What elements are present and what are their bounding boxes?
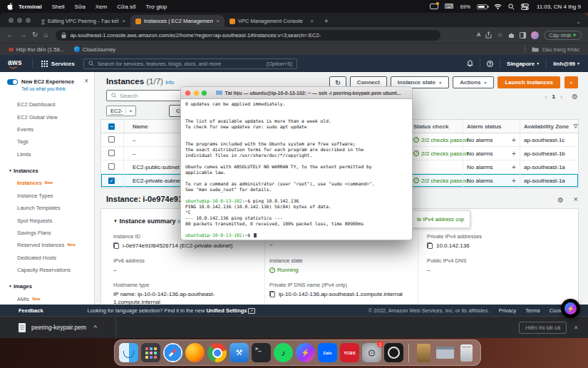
- menu-0[interactable]: Terminal: [14, 4, 47, 10]
- header-status-check[interactable]: Status check: [409, 120, 463, 133]
- new-tab-button[interactable]: +: [324, 17, 329, 25]
- page-number[interactable]: 1: [552, 93, 555, 100]
- download-caret-icon[interactable]: ^: [93, 324, 97, 331]
- sidebar-item-ec2-dashboard[interactable]: EC2 Dashboard: [0, 98, 94, 111]
- info-link[interactable]: Info: [165, 80, 174, 85]
- sidebar-item-launch-templates[interactable]: Launch Templates: [0, 202, 94, 214]
- prev-page-icon[interactable]: ‹: [545, 93, 547, 101]
- actions-button[interactable]: Actions▼: [453, 76, 494, 88]
- detail-settings-gear-icon[interactable]: ⚙: [557, 196, 564, 204]
- sidebar-item-tags[interactable]: Tags: [0, 136, 94, 148]
- select-all-checkbox[interactable]: −: [108, 123, 115, 130]
- sidebar-close-icon[interactable]: ×: [84, 78, 88, 84]
- show-all-downloads-button[interactable]: Hiển thị tất cả: [519, 322, 567, 334]
- side-panel-icon[interactable]: [520, 32, 526, 39]
- dock-firefox-icon[interactable]: [185, 343, 205, 362]
- messenger-notification-icon[interactable]: ⚡: [561, 299, 580, 318]
- dock-spotify-icon[interactable]: [274, 343, 293, 362]
- sidebar-item-instances[interactable]: Instances New: [0, 177, 94, 189]
- copy-icon[interactable]: [269, 291, 275, 297]
- collapse-caret-icon[interactable]: ▼: [113, 219, 118, 223]
- dock-record-icon[interactable]: [384, 343, 403, 362]
- copy-icon[interactable]: [113, 242, 119, 249]
- menu-4[interactable]: Cửa sổ: [112, 4, 140, 10]
- menu-5[interactable]: Trợ giúp: [140, 4, 172, 10]
- sidebar-item-dedicated-hosts[interactable]: Dedicated Hosts: [0, 252, 94, 264]
- sidebar-item-capacity-reservations[interactable]: Capacity Reservations: [0, 264, 94, 276]
- next-page-icon[interactable]: ›: [560, 93, 562, 101]
- tab-close-icon[interactable]: ×: [310, 18, 314, 24]
- remove-filter-icon[interactable]: ×: [125, 108, 135, 114]
- menu-2[interactable]: Sửa: [70, 4, 91, 10]
- dock-xcode-icon[interactable]: [229, 343, 249, 362]
- bookmark-star-icon[interactable]: ☆: [497, 32, 502, 39]
- tab-search-icon[interactable]: ⌄: [576, 19, 581, 27]
- add-alarm-icon[interactable]: +: [508, 150, 520, 158]
- sidebar-item-amis[interactable]: AMIs New: [0, 293, 94, 305]
- aws-search-bar[interactable]: Search for services, features, blogs, do…: [83, 58, 297, 69]
- browser-tab[interactable]: VEditing VPC Peering - Tạo kết n×: [36, 15, 130, 27]
- browser-tab[interactable]: Instances | EC2 Management C×: [130, 15, 225, 27]
- row-checkbox[interactable]: [108, 150, 115, 156]
- sidebar-item-limits[interactable]: Limits: [0, 148, 94, 160]
- dock-chrome-icon[interactable]: [207, 343, 227, 362]
- terminal-content[interactable]: 0 updates can be applied immediately.The…: [181, 99, 412, 240]
- close-download-bar-icon[interactable]: ×: [574, 324, 578, 332]
- dock-settings-icon[interactable]: 1: [362, 343, 381, 362]
- launch-instances-dropdown[interactable]: ▼: [564, 76, 578, 88]
- detail-close-icon[interactable]: ×: [574, 195, 578, 203]
- wifi-icon[interactable]: [494, 4, 502, 10]
- footer-link-privacy[interactable]: Privacy: [499, 307, 517, 314]
- dock-window-icon[interactable]: [436, 347, 454, 359]
- help-icon[interactable]: ?: [487, 61, 493, 67]
- dock-tcbs-icon[interactable]: TCBS: [340, 343, 359, 362]
- table-settings-gear-icon[interactable]: ⚙: [572, 93, 578, 101]
- sort-icon[interactable]: ▽: [574, 123, 578, 129]
- sidebar-item-instance-types[interactable]: Instance Types: [0, 190, 94, 202]
- bookmark-gmail[interactable]: MHộp thư đến (1.58...: [9, 46, 64, 53]
- menu-1[interactable]: Shell: [47, 4, 70, 10]
- menubar-clock[interactable]: 11:03, CN 4 thg 9: [537, 4, 581, 10]
- profile-avatar[interactable]: [531, 31, 539, 39]
- dock-downloads-icon[interactable]: [417, 344, 430, 362]
- window-controls[interactable]: [4, 13, 36, 27]
- terminal-window[interactable]: Tài liệu — ubuntu@ip-10-0-13-102: ~ — ss…: [180, 86, 413, 240]
- copy-icon[interactable]: [427, 242, 433, 249]
- back-icon[interactable]: ←: [6, 31, 14, 39]
- tell-us-link[interactable]: Tell us what you think: [21, 86, 74, 91]
- tab-close-icon[interactable]: ×: [216, 18, 220, 24]
- services-menu[interactable]: Services: [41, 61, 75, 67]
- sidebar-item-events[interactable]: Events: [0, 123, 94, 136]
- row-checkbox[interactable]: ✓: [108, 178, 115, 184]
- terminal-window-controls[interactable]: [185, 91, 207, 96]
- tab-close-icon[interactable]: ×: [122, 18, 125, 24]
- terminal-titlebar[interactable]: Tài liệu — ubuntu@ip-10-0-13-102: ~ — ss…: [181, 87, 412, 99]
- chrome-update-button[interactable]: Cập nhật: [544, 31, 582, 40]
- translate-icon[interactable]: A: [477, 32, 481, 38]
- row-checkbox[interactable]: [108, 136, 115, 143]
- sidebar-item-savings-plans[interactable]: Savings Plans: [0, 227, 94, 239]
- header-availability-zone[interactable]: Availability Zone: [520, 120, 574, 133]
- account-menu[interactable]: linh@99▼: [553, 61, 580, 67]
- dock-messenger-icon[interactable]: [296, 343, 315, 362]
- url-bar[interactable]: ap-southeast-1.console.aws.amazon.com/ec…: [56, 30, 440, 41]
- add-alarm-icon[interactable]: +: [508, 136, 520, 144]
- control-center-icon[interactable]: [521, 4, 529, 10]
- bookmark-cloudjourney[interactable]: CloudJourney: [74, 46, 115, 53]
- input-source-icon[interactable]: ⌨: [445, 3, 454, 10]
- launch-instances-button[interactable]: Launch instances: [497, 76, 560, 88]
- add-alarm-icon[interactable]: +: [508, 163, 520, 171]
- apple-menu-icon[interactable]: [7, 3, 14, 11]
- share-icon[interactable]: [485, 31, 492, 39]
- header-alarm-status[interactable]: Alarm status: [463, 120, 508, 133]
- sidebar-item-reserved-instances[interactable]: Reserved Instances New: [0, 239, 94, 251]
- downloaded-file[interactable]: peering-keypair.pem: [31, 324, 86, 331]
- notifications-bell-icon[interactable]: [467, 60, 473, 67]
- dock-terminal-icon[interactable]: [252, 343, 271, 362]
- filter-chip[interactable]: EC2- ×: [106, 106, 136, 116]
- dock-safari-icon[interactable]: [163, 343, 182, 362]
- dock-finder-icon[interactable]: [119, 343, 138, 362]
- spotlight-icon[interactable]: [508, 4, 515, 10]
- screen-mirroring-icon[interactable]: [430, 4, 438, 9]
- feedback-link[interactable]: Feedback: [19, 307, 43, 314]
